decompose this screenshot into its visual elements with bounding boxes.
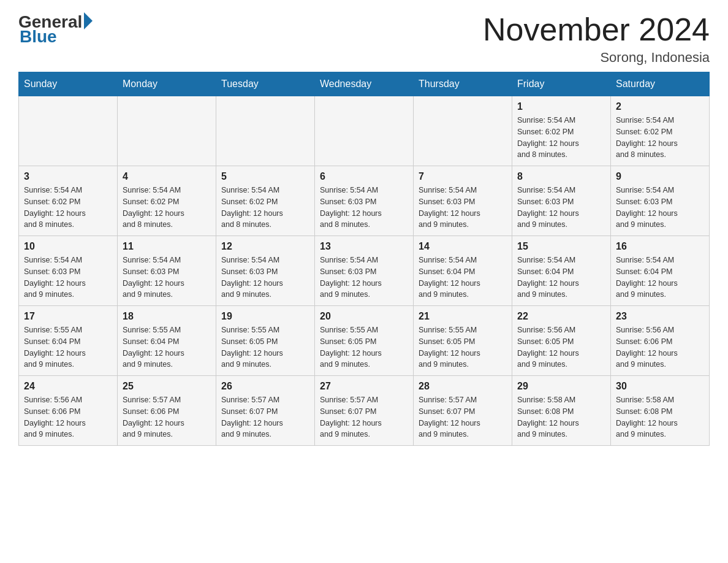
- day-number: 25: [123, 381, 211, 392]
- table-row: 4Sunrise: 5:54 AM Sunset: 6:02 PM Daylig…: [118, 166, 216, 236]
- table-row: 5Sunrise: 5:54 AM Sunset: 6:02 PM Daylig…: [216, 166, 315, 236]
- day-info: Sunrise: 5:54 AM Sunset: 6:04 PM Dayligh…: [419, 255, 507, 301]
- day-info: Sunrise: 5:55 AM Sunset: 6:04 PM Dayligh…: [123, 324, 211, 370]
- table-row: 9Sunrise: 5:54 AM Sunset: 6:03 PM Daylig…: [611, 166, 710, 236]
- calendar-week-row: 3Sunrise: 5:54 AM Sunset: 6:02 PM Daylig…: [19, 166, 710, 236]
- day-info: Sunrise: 5:54 AM Sunset: 6:03 PM Dayligh…: [221, 255, 309, 301]
- day-number: 23: [616, 311, 704, 322]
- day-number: 27: [320, 381, 408, 392]
- table-row: 20Sunrise: 5:55 AM Sunset: 6:05 PM Dayli…: [315, 306, 414, 376]
- table-row: 7Sunrise: 5:54 AM Sunset: 6:03 PM Daylig…: [414, 166, 512, 236]
- table-row: 22Sunrise: 5:56 AM Sunset: 6:05 PM Dayli…: [512, 306, 611, 376]
- day-number: 17: [24, 311, 112, 322]
- day-number: 16: [616, 241, 704, 252]
- day-info: Sunrise: 5:54 AM Sunset: 6:03 PM Dayligh…: [24, 255, 112, 301]
- table-row: 29Sunrise: 5:58 AM Sunset: 6:08 PM Dayli…: [512, 376, 611, 446]
- day-info: Sunrise: 5:57 AM Sunset: 6:06 PM Dayligh…: [123, 394, 211, 440]
- day-number: 6: [320, 171, 408, 182]
- table-row: 26Sunrise: 5:57 AM Sunset: 6:07 PM Dayli…: [216, 376, 315, 446]
- table-row: 21Sunrise: 5:55 AM Sunset: 6:05 PM Dayli…: [414, 306, 512, 376]
- table-row: 14Sunrise: 5:54 AM Sunset: 6:04 PM Dayli…: [414, 236, 512, 306]
- day-info: Sunrise: 5:54 AM Sunset: 6:03 PM Dayligh…: [320, 185, 408, 231]
- table-row: 17Sunrise: 5:55 AM Sunset: 6:04 PM Dayli…: [19, 306, 118, 376]
- day-info: Sunrise: 5:54 AM Sunset: 6:03 PM Dayligh…: [517, 185, 605, 231]
- month-year-title: November 2024: [483, 12, 710, 47]
- location-subtitle: Sorong, Indonesia: [483, 50, 710, 66]
- day-number: 8: [517, 171, 605, 182]
- day-number: 30: [616, 381, 704, 392]
- col-monday: Monday: [118, 72, 216, 96]
- calendar-header-row: Sunday Monday Tuesday Wednesday Thursday…: [19, 72, 710, 96]
- table-row: 27Sunrise: 5:57 AM Sunset: 6:07 PM Dayli…: [315, 376, 414, 446]
- day-info: Sunrise: 5:56 AM Sunset: 6:06 PM Dayligh…: [616, 324, 704, 370]
- day-number: 15: [517, 241, 605, 252]
- day-number: 21: [419, 311, 507, 322]
- logo-arrow-icon: [84, 12, 93, 29]
- logo-blue-text: Blue: [18, 27, 57, 47]
- table-row: 13Sunrise: 5:54 AM Sunset: 6:03 PM Dayli…: [315, 236, 414, 306]
- table-row: 25Sunrise: 5:57 AM Sunset: 6:06 PM Dayli…: [118, 376, 216, 446]
- day-info: Sunrise: 5:54 AM Sunset: 6:02 PM Dayligh…: [24, 185, 112, 231]
- table-row: 15Sunrise: 5:54 AM Sunset: 6:04 PM Dayli…: [512, 236, 611, 306]
- table-row: 18Sunrise: 5:55 AM Sunset: 6:04 PM Dayli…: [118, 306, 216, 376]
- day-number: 24: [24, 381, 112, 392]
- table-row: [414, 96, 512, 166]
- day-number: 22: [517, 311, 605, 322]
- table-row: 23Sunrise: 5:56 AM Sunset: 6:06 PM Dayli…: [611, 306, 710, 376]
- day-info: Sunrise: 5:54 AM Sunset: 6:02 PM Dayligh…: [517, 115, 605, 161]
- table-row: 2Sunrise: 5:54 AM Sunset: 6:02 PM Daylig…: [611, 96, 710, 166]
- day-info: Sunrise: 5:54 AM Sunset: 6:04 PM Dayligh…: [616, 255, 704, 301]
- day-info: Sunrise: 5:57 AM Sunset: 6:07 PM Dayligh…: [419, 394, 507, 440]
- page-header: General Blue November 2024 Sorong, Indon…: [18, 12, 710, 66]
- table-row: [118, 96, 216, 166]
- calendar-week-row: 1Sunrise: 5:54 AM Sunset: 6:02 PM Daylig…: [19, 96, 710, 166]
- day-info: Sunrise: 5:55 AM Sunset: 6:04 PM Dayligh…: [24, 324, 112, 370]
- day-info: Sunrise: 5:58 AM Sunset: 6:08 PM Dayligh…: [616, 394, 704, 440]
- day-info: Sunrise: 5:57 AM Sunset: 6:07 PM Dayligh…: [221, 394, 309, 440]
- col-wednesday: Wednesday: [315, 72, 414, 96]
- day-info: Sunrise: 5:55 AM Sunset: 6:05 PM Dayligh…: [221, 324, 309, 370]
- day-number: 26: [221, 381, 309, 392]
- table-row: [19, 96, 118, 166]
- table-row: [315, 96, 414, 166]
- calendar-week-row: 17Sunrise: 5:55 AM Sunset: 6:04 PM Dayli…: [19, 306, 710, 376]
- table-row: 24Sunrise: 5:56 AM Sunset: 6:06 PM Dayli…: [19, 376, 118, 446]
- day-info: Sunrise: 5:54 AM Sunset: 6:03 PM Dayligh…: [123, 255, 211, 301]
- day-number: 2: [616, 101, 704, 112]
- day-info: Sunrise: 5:55 AM Sunset: 6:05 PM Dayligh…: [320, 324, 408, 370]
- table-row: 28Sunrise: 5:57 AM Sunset: 6:07 PM Dayli…: [414, 376, 512, 446]
- day-info: Sunrise: 5:58 AM Sunset: 6:08 PM Dayligh…: [517, 394, 605, 440]
- table-row: 8Sunrise: 5:54 AM Sunset: 6:03 PM Daylig…: [512, 166, 611, 236]
- table-row: 19Sunrise: 5:55 AM Sunset: 6:05 PM Dayli…: [216, 306, 315, 376]
- day-number: 11: [123, 241, 211, 252]
- calendar-week-row: 10Sunrise: 5:54 AM Sunset: 6:03 PM Dayli…: [19, 236, 710, 306]
- logo: General Blue: [18, 12, 93, 47]
- day-info: Sunrise: 5:54 AM Sunset: 6:04 PM Dayligh…: [517, 255, 605, 301]
- day-info: Sunrise: 5:54 AM Sunset: 6:03 PM Dayligh…: [419, 185, 507, 231]
- col-thursday: Thursday: [414, 72, 512, 96]
- title-section: November 2024 Sorong, Indonesia: [483, 12, 710, 66]
- day-info: Sunrise: 5:54 AM Sunset: 6:03 PM Dayligh…: [320, 255, 408, 301]
- day-info: Sunrise: 5:56 AM Sunset: 6:05 PM Dayligh…: [517, 324, 605, 370]
- table-row: 3Sunrise: 5:54 AM Sunset: 6:02 PM Daylig…: [19, 166, 118, 236]
- day-number: 14: [419, 241, 507, 252]
- day-number: 28: [419, 381, 507, 392]
- day-number: 12: [221, 241, 309, 252]
- day-number: 5: [221, 171, 309, 182]
- day-number: 9: [616, 171, 704, 182]
- table-row: [216, 96, 315, 166]
- day-info: Sunrise: 5:54 AM Sunset: 6:02 PM Dayligh…: [123, 185, 211, 231]
- table-row: 12Sunrise: 5:54 AM Sunset: 6:03 PM Dayli…: [216, 236, 315, 306]
- col-friday: Friday: [512, 72, 611, 96]
- col-sunday: Sunday: [19, 72, 118, 96]
- col-tuesday: Tuesday: [216, 72, 315, 96]
- table-row: 16Sunrise: 5:54 AM Sunset: 6:04 PM Dayli…: [611, 236, 710, 306]
- day-number: 29: [517, 381, 605, 392]
- calendar-week-row: 24Sunrise: 5:56 AM Sunset: 6:06 PM Dayli…: [19, 376, 710, 446]
- day-info: Sunrise: 5:54 AM Sunset: 6:02 PM Dayligh…: [616, 115, 704, 161]
- day-number: 7: [419, 171, 507, 182]
- day-number: 13: [320, 241, 408, 252]
- day-info: Sunrise: 5:56 AM Sunset: 6:06 PM Dayligh…: [24, 394, 112, 440]
- day-number: 10: [24, 241, 112, 252]
- table-row: 10Sunrise: 5:54 AM Sunset: 6:03 PM Dayli…: [19, 236, 118, 306]
